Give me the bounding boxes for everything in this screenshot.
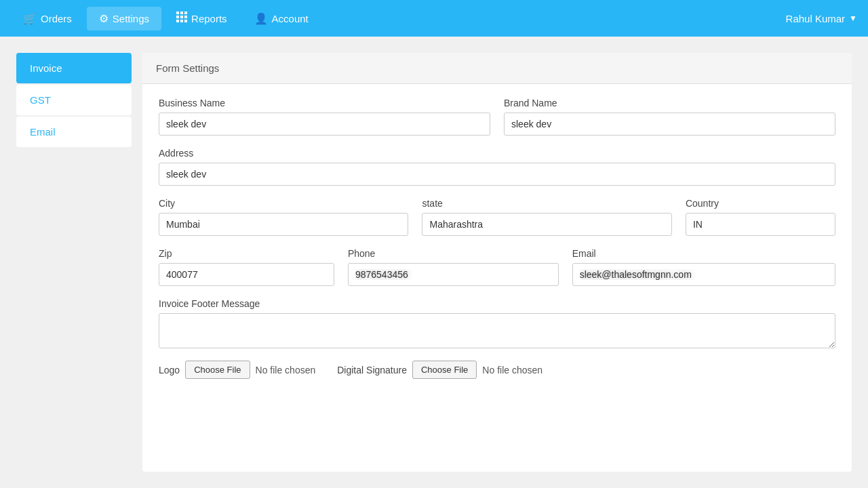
sidebar-email-label: Email — [30, 126, 56, 138]
phone-label: Phone — [348, 248, 559, 259]
logo-file-group: Logo Choose File No file chosen — [159, 361, 315, 379]
page-layout: Invoice GST Email Form Settings Business… — [0, 37, 868, 488]
group-brand-name: Brand Name — [504, 98, 835, 136]
email-input[interactable] — [572, 263, 835, 286]
main-content: Form Settings Business Name Brand Name A… — [142, 53, 852, 472]
svg-rect-5 — [184, 16, 187, 18]
logo-choose-file-button[interactable]: Choose File — [185, 361, 250, 379]
brand-name-input[interactable] — [504, 113, 835, 136]
nav-account[interactable]: 👤 Account — [242, 7, 321, 30]
row-names: Business Name Brand Name — [159, 98, 835, 136]
group-zip: Zip — [159, 248, 334, 286]
svg-rect-7 — [180, 20, 183, 22]
brand-name-label: Brand Name — [504, 98, 835, 108]
sidebar-gst-label: GST — [30, 94, 51, 106]
nav-account-label: Account — [272, 13, 309, 24]
user-name: Rahul Kumar — [786, 13, 846, 24]
digital-sig-no-file: No file chosen — [482, 365, 542, 375]
group-phone: Phone — [348, 248, 559, 286]
group-city: City — [159, 198, 408, 236]
reports-icon — [176, 12, 187, 25]
footer-message-input[interactable] — [159, 313, 835, 348]
footer-message-label: Invoice Footer Message — [159, 298, 835, 309]
group-email: Email — [572, 248, 835, 286]
phone-input[interactable] — [348, 263, 559, 286]
sidebar: Invoice GST Email — [16, 53, 132, 472]
navbar: 🛒 Orders ⚙ Settings Reports 👤 Account Ra… — [0, 0, 868, 37]
sidebar-invoice-label: Invoice — [30, 62, 62, 74]
nav-settings-label: Settings — [113, 13, 149, 24]
form-body: Business Name Brand Name Address City — [142, 84, 852, 392]
nav-orders[interactable]: 🛒 Orders — [11, 7, 84, 30]
svg-rect-2 — [184, 12, 187, 14]
svg-rect-6 — [176, 20, 179, 22]
svg-rect-4 — [180, 16, 183, 18]
svg-rect-3 — [176, 16, 179, 18]
row-address: Address — [159, 148, 835, 186]
account-icon: 👤 — [254, 12, 268, 25]
city-input[interactable] — [159, 213, 408, 236]
city-label: City — [159, 198, 408, 209]
group-address: Address — [159, 148, 835, 186]
zip-label: Zip — [159, 248, 334, 259]
svg-rect-8 — [184, 20, 187, 22]
sidebar-item-email[interactable]: Email — [16, 117, 132, 147]
sidebar-item-gst[interactable]: GST — [16, 85, 132, 115]
row-city-state-country: City state Country — [159, 198, 835, 236]
nav-orders-label: Orders — [41, 13, 72, 24]
digital-sig-label: Digital Signature — [337, 365, 407, 375]
digital-sig-choose-file-button[interactable]: Choose File — [412, 361, 477, 379]
form-header: Form Settings — [142, 53, 852, 84]
sidebar-item-invoice[interactable]: Invoice — [16, 53, 132, 83]
svg-rect-1 — [180, 12, 183, 14]
logo-no-file: No file chosen — [256, 365, 316, 375]
address-input[interactable] — [159, 163, 835, 186]
nav-left: 🛒 Orders ⚙ Settings Reports 👤 Account — [11, 6, 321, 30]
orders-icon: 🛒 — [23, 12, 37, 25]
group-business-name: Business Name — [159, 98, 490, 136]
group-footer-message: Invoice Footer Message — [159, 298, 835, 348]
settings-icon: ⚙ — [99, 12, 108, 25]
country-label: Country — [686, 198, 835, 209]
nav-settings[interactable]: ⚙ Settings — [87, 7, 161, 30]
user-menu[interactable]: Rahul Kumar ▼ — [786, 13, 857, 24]
row-zip-phone-email: Zip Phone Email — [159, 248, 835, 286]
address-label: Address — [159, 148, 835, 159]
form-title: Form Settings — [156, 62, 219, 74]
state-input[interactable] — [422, 213, 671, 236]
email-label: Email — [572, 248, 835, 259]
digital-sig-file-group: Digital Signature Choose File No file ch… — [337, 361, 542, 379]
group-country: Country — [686, 198, 835, 236]
nav-reports-label: Reports — [191, 13, 227, 24]
logo-label: Logo — [159, 365, 180, 375]
nav-reports[interactable]: Reports — [164, 6, 239, 30]
state-label: state — [422, 198, 671, 209]
svg-rect-0 — [176, 12, 179, 14]
country-input[interactable] — [686, 213, 835, 236]
group-state: state — [422, 198, 671, 236]
user-dropdown-arrow: ▼ — [849, 14, 857, 23]
zip-input[interactable] — [159, 263, 334, 286]
row-footer-message: Invoice Footer Message — [159, 298, 835, 348]
business-name-label: Business Name — [159, 98, 490, 108]
file-inputs-row: Logo Choose File No file chosen Digital … — [159, 361, 835, 379]
business-name-input[interactable] — [159, 113, 490, 136]
